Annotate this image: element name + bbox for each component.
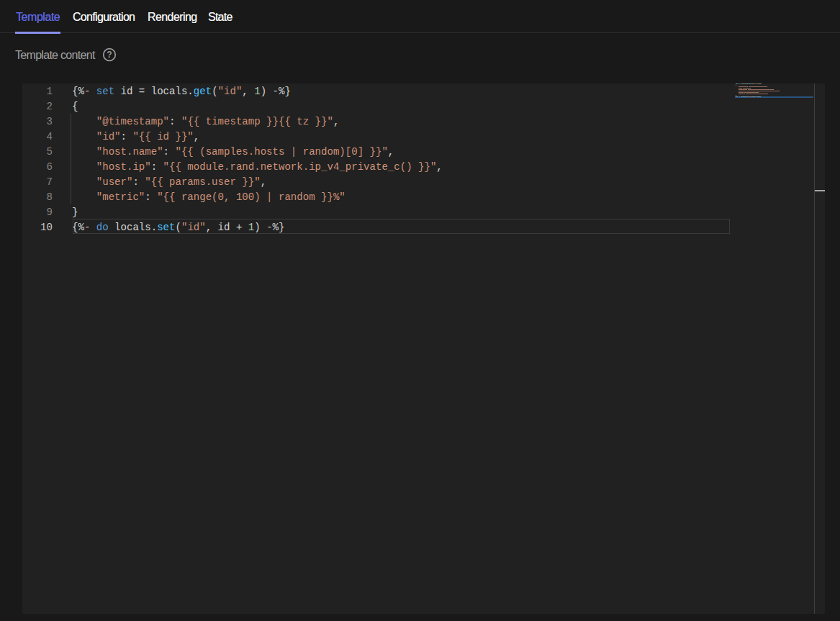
svg-text:?: ? xyxy=(107,50,112,60)
